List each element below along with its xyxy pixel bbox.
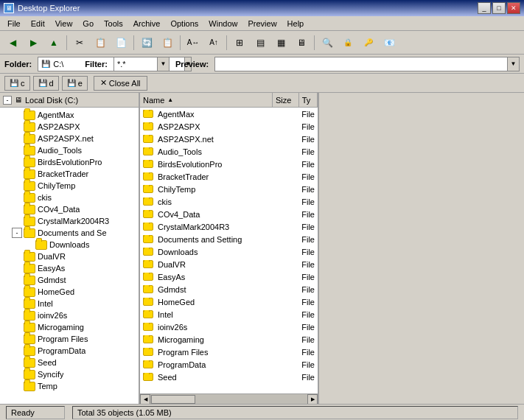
file-row[interactable]: COv4_Data File: [140, 208, 318, 220]
tree-item-chilytemp[interactable]: ChilyTemp: [0, 180, 139, 192]
menu-tools[interactable]: Tools: [99, 18, 127, 29]
hscroll-left-button[interactable]: ◀: [140, 394, 150, 405]
menu-window[interactable]: Window: [204, 18, 242, 29]
file-row[interactable]: Documents and Setting File: [140, 233, 318, 245]
folder-icon: [143, 160, 153, 168]
tree-item-asp2aspx[interactable]: ASP2ASPX: [0, 121, 139, 133]
tree-item-crystalmark[interactable]: CrystalMark2004R3: [0, 215, 139, 227]
menu-go[interactable]: Go: [78, 18, 98, 29]
menu-preview[interactable]: Preview: [243, 18, 281, 29]
file-row[interactable]: EasyAs File: [140, 270, 318, 283]
file-row[interactable]: Downloads File: [140, 245, 318, 258]
key-button[interactable]: 🔑: [359, 34, 378, 52]
view-thumb-button[interactable]: 🖥: [292, 34, 311, 52]
tree-item-microgaming[interactable]: Microgaming: [0, 321, 139, 333]
forward-button[interactable]: ▶: [24, 34, 43, 52]
menu-help[interactable]: Help: [283, 18, 309, 29]
tree-root-toggle[interactable]: -: [3, 96, 12, 105]
maximize-button[interactable]: □: [492, 2, 506, 14]
file-row[interactable]: ChilyTemp File: [140, 183, 318, 195]
file-panel-hscroll[interactable]: ◀ ▶: [140, 393, 318, 404]
file-row[interactable]: BirdsEvolutionPro File: [140, 158, 318, 170]
file-row[interactable]: Intel File: [140, 308, 318, 321]
file-row[interactable]: Microgaming File: [140, 333, 318, 346]
tree-item-easyas[interactable]: EasyAs: [0, 262, 139, 274]
filter-input[interactable]: *.*: [113, 57, 158, 71]
back-button[interactable]: ◀: [3, 34, 22, 52]
sort-asc-button[interactable]: A↑: [204, 34, 223, 52]
file-row[interactable]: Seed File: [140, 371, 318, 383]
col-header-type[interactable]: Ty: [299, 93, 318, 107]
drive-tab-c[interactable]: 💾 c: [4, 76, 30, 91]
cut-button[interactable]: ✂: [70, 34, 89, 52]
drive-tab-e[interactable]: 💾 e: [62, 76, 88, 91]
copy-button[interactable]: 📋: [91, 34, 110, 52]
menu-edit[interactable]: Edit: [27, 18, 49, 29]
refresh-button[interactable]: 🔄: [137, 34, 156, 52]
tab-bar: 💾 c 💾 d 💾 e ✕ Close All: [0, 74, 524, 93]
file-row[interactable]: Audio_Tools File: [140, 145, 318, 158]
tree-item-agentmax[interactable]: AgentMax: [0, 109, 139, 121]
tree-item-temp[interactable]: Temp: [0, 380, 139, 392]
file-row[interactable]: BracketTrader File: [140, 170, 318, 183]
col-header-size[interactable]: Size: [273, 93, 299, 107]
close-all-button[interactable]: ✕ Close All: [94, 76, 147, 91]
tree-item-documents[interactable]: - Documents and Se: [0, 227, 139, 239]
file-row[interactable]: ioinv26s File: [140, 321, 318, 333]
file-row[interactable]: CrystalMark2004R3 File: [140, 220, 318, 233]
file-row[interactable]: HomeGed File: [140, 295, 318, 308]
view-list-button[interactable]: ▤: [251, 34, 270, 52]
up-button[interactable]: ▲: [44, 34, 63, 52]
tree-item-ckis[interactable]: ckis: [0, 192, 139, 203]
view-detail-button[interactable]: ▦: [271, 34, 290, 52]
menu-view[interactable]: View: [51, 18, 77, 29]
tree-item-ioinv26s[interactable]: ioinv26s: [0, 309, 139, 321]
tree-item-downloads[interactable]: Downloads: [0, 239, 139, 251]
hscroll-right-button[interactable]: ▶: [307, 394, 318, 405]
menu-archive[interactable]: Archive: [129, 18, 165, 29]
minimize-button[interactable]: _: [478, 2, 491, 14]
col-header-name[interactable]: Name ▲: [140, 93, 273, 107]
filter-dropdown-button[interactable]: ▼: [158, 57, 170, 71]
tree-item-homeged[interactable]: HomeGed: [0, 286, 139, 298]
file-row[interactable]: ASP2ASPX.net File: [140, 133, 318, 145]
tree-content[interactable]: AgentMax ASP2ASPX ASP2ASPX.net Audio_Too…: [0, 108, 139, 404]
view-grid-button[interactable]: ⊞: [230, 34, 249, 52]
drive-tab-d[interactable]: 💾 d: [33, 76, 59, 91]
file-row[interactable]: ckis File: [140, 195, 318, 208]
tree-item-syncify[interactable]: Syncify: [0, 368, 139, 380]
tree-item-programdata[interactable]: ProgramData: [0, 345, 139, 357]
close-button[interactable]: ✕: [507, 2, 520, 14]
paste-button[interactable]: 📄: [111, 34, 130, 52]
preview-input[interactable]: [214, 57, 508, 71]
file-row[interactable]: ASP2ASPX File: [140, 120, 318, 133]
tree-item-gdmdst[interactable]: Gdmdst: [0, 274, 139, 286]
tree-item-asp2aspxnet[interactable]: ASP2ASPX.net: [0, 133, 139, 144]
preview-dropdown-button[interactable]: ▼: [508, 57, 520, 71]
folder-icon: [24, 205, 35, 214]
copy2-button[interactable]: 📋: [158, 34, 177, 52]
tree-item-dualvr[interactable]: DualVR: [0, 251, 139, 262]
file-row[interactable]: AgentMax File: [140, 108, 318, 120]
tree-item-birdsevolution[interactable]: BirdsEvolutionPro: [0, 156, 139, 168]
file-row[interactable]: ProgramData File: [140, 358, 318, 371]
menu-options[interactable]: Options: [166, 18, 203, 29]
file-row[interactable]: Program Files File: [140, 346, 318, 358]
lock-button[interactable]: 🔒: [338, 34, 357, 52]
file-list-content[interactable]: AgentMax File ASP2ASPX File ASP2ASPX.net: [140, 108, 318, 393]
hscroll-thumb[interactable]: [151, 395, 195, 404]
tree-item-cov4data[interactable]: COv4_Data: [0, 203, 139, 215]
folder-icon: [143, 122, 153, 130]
search-button[interactable]: 🔍: [318, 34, 337, 52]
menu-file[interactable]: File: [3, 18, 25, 29]
documents-toggle[interactable]: -: [12, 228, 22, 238]
tree-item-seed[interactable]: Seed: [0, 357, 139, 368]
tree-item-audiotools[interactable]: Audio_Tools: [0, 144, 139, 156]
file-row[interactable]: DualVR File: [140, 258, 318, 270]
tree-item-intel[interactable]: Intel: [0, 298, 139, 309]
email-button[interactable]: 📧: [380, 34, 399, 52]
tree-item-brackettrader[interactable]: BracketTrader: [0, 168, 139, 180]
file-row[interactable]: Gdmdst File: [140, 283, 318, 295]
sort-az-button[interactable]: A↔: [184, 34, 203, 52]
tree-item-programfiles[interactable]: Program Files: [0, 333, 139, 345]
